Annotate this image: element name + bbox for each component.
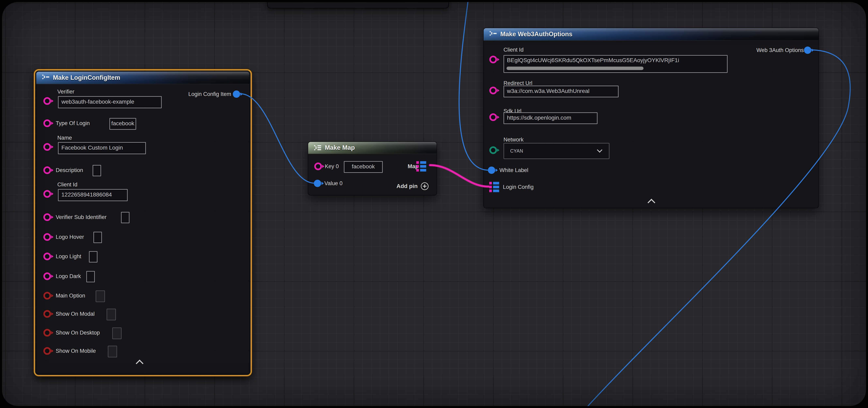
verifier-field[interactable]: web3auth-facebook-example [58, 96, 162, 108]
logo-hover-field[interactable] [93, 232, 102, 243]
input-pin-show-on-modal[interactable] [43, 310, 51, 318]
wire-map-to-login-config [430, 165, 489, 186]
client-id-field[interactable]: 1222658941886084 [58, 189, 128, 201]
show-on-desktop-checkbox[interactable] [112, 328, 122, 339]
pin-label-show-on-desktop: Show On Desktop [56, 330, 100, 336]
pin-label-client-id: Client Id [57, 181, 78, 188]
show-on-modal-checkbox[interactable] [106, 309, 116, 320]
pin-label-description: Description [56, 167, 83, 173]
logo-light-field[interactable] [89, 251, 97, 263]
pin-label-login-config: Login Config [503, 184, 534, 190]
pin-label-network: Network [503, 137, 524, 143]
node-title: Make Web3AuthOptions [500, 31, 572, 38]
pin-label-client-id: Client Id [503, 47, 524, 53]
network-dropdown[interactable]: CYAN [503, 143, 610, 159]
pin-label-logo-hover: Logo Hover [56, 234, 84, 240]
show-on-mobile-checkbox[interactable] [108, 346, 117, 358]
input-pin-key-0[interactable] [314, 163, 322, 170]
pin-label-logo-dark: Logo Dark [56, 273, 81, 279]
output-pin-login-config-item[interactable] [233, 91, 240, 98]
input-pin-show-on-mobile[interactable] [43, 347, 51, 355]
sdk-url-field[interactable]: https://sdk.openlogin.com [503, 112, 597, 124]
node-title: Make LoginConfigItem [53, 74, 120, 81]
node-title: Make Map [325, 144, 355, 151]
input-pin-client-id[interactable] [43, 190, 51, 198]
graph-canvas[interactable]: Make LoginConfigItem Login Config Item V… [0, 0, 868, 408]
pin-label-verifier-sub-identifier: Verifier Sub Identifier [56, 214, 106, 220]
make-struct-icon [489, 30, 497, 38]
pin-label-web3auth-options: Web 3Auth Options [756, 47, 804, 54]
verifier-sub-identifier-field[interactable] [121, 212, 129, 223]
offscreen-node-fragment[interactable] [267, 0, 449, 8]
add-pin-plus-icon [421, 182, 429, 190]
input-pin-verifier-sub-identifier[interactable] [43, 213, 51, 221]
input-pin-sdk-url[interactable] [489, 113, 497, 121]
add-pin-button[interactable]: Add pin [397, 182, 429, 190]
type-of-login-field[interactable]: facebook [110, 118, 136, 130]
wire-map-to-login-config-glow [430, 165, 489, 186]
pin-label-white-label: White Label [499, 167, 528, 173]
add-pin-label: Add pin [397, 183, 417, 190]
pin-label-show-on-modal: Show On Modal [56, 311, 95, 317]
pin-label-main-option: Main Option [56, 293, 85, 299]
input-pin-redirect-url[interactable] [489, 87, 497, 94]
collapse-node-chevron-icon[interactable] [648, 199, 655, 206]
node-make-web3authoptions[interactable]: Make Web3AuthOptions Web 3Auth Options C… [483, 28, 819, 208]
input-pin-verifier[interactable] [43, 97, 51, 105]
pin-label-redirect-url: Redirect Url [503, 80, 532, 87]
input-pin-network[interactable] [489, 146, 497, 154]
network-selected-value: CYAN [504, 148, 598, 154]
input-pin-login-config[interactable] [489, 182, 499, 192]
node-make-map[interactable]: Make Map Key 0 facebook Map Value 0 Add … [308, 141, 437, 196]
input-pin-description[interactable] [43, 166, 51, 174]
input-pin-logo-light[interactable] [43, 252, 51, 260]
pin-label-type-of-login: Type Of Login [56, 120, 90, 127]
key-0-field[interactable]: facebook [344, 161, 383, 173]
pin-label-value-0: Value 0 [324, 180, 343, 186]
output-pin-map[interactable] [416, 161, 426, 172]
input-pin-main-option[interactable] [43, 292, 51, 300]
node-header[interactable]: Make LoginConfigItem [36, 72, 249, 84]
input-pin-show-on-desktop[interactable] [43, 329, 51, 337]
pin-label-login-config-item: Login Config Item [188, 91, 231, 97]
pin-label-key-0: Key 0 [325, 163, 339, 170]
client-id-field[interactable]: BEglQSgt4cUWcj6SKRdu5QkOXTsePmMcusG5EAoy… [503, 55, 727, 73]
node-header[interactable]: Make Map [308, 142, 437, 154]
node-header[interactable]: Make Web3AuthOptions [484, 28, 818, 41]
input-pin-type-of-login[interactable] [43, 120, 51, 127]
redirect-url-field[interactable]: w3a://com.w3a.Web3AuthUnreal [503, 86, 619, 97]
output-pin-web3auth-options[interactable] [804, 46, 811, 54]
make-struct-icon [41, 74, 50, 82]
client-id-scrollbar[interactable] [506, 67, 644, 70]
name-field[interactable]: Facebook Custom Login [58, 142, 146, 154]
input-pin-name[interactable] [43, 143, 51, 151]
wire-loginconfigitem-to-value0 [240, 94, 314, 183]
description-field[interactable] [93, 165, 101, 176]
make-map-icon [313, 144, 322, 152]
input-pin-logo-dark[interactable] [43, 272, 51, 280]
pin-label-logo-light: Logo Light [56, 253, 81, 260]
node-make-loginconfigitem[interactable]: Make LoginConfigItem Login Config Item V… [36, 71, 250, 374]
input-pin-value-0[interactable] [314, 180, 321, 187]
chevron-down-icon [597, 147, 602, 152]
pin-label-name: Name [57, 135, 72, 141]
input-pin-client-id[interactable] [489, 56, 497, 63]
main-option-checkbox[interactable] [96, 291, 105, 302]
input-pin-logo-hover[interactable] [43, 233, 51, 241]
pin-label-verifier: Verifier [57, 89, 74, 95]
logo-dark-field[interactable] [86, 271, 95, 282]
collapse-node-chevron-icon[interactable] [136, 360, 144, 367]
pin-label-show-on-mobile: Show On Mobile [56, 348, 96, 354]
input-pin-white-label[interactable] [488, 167, 495, 174]
